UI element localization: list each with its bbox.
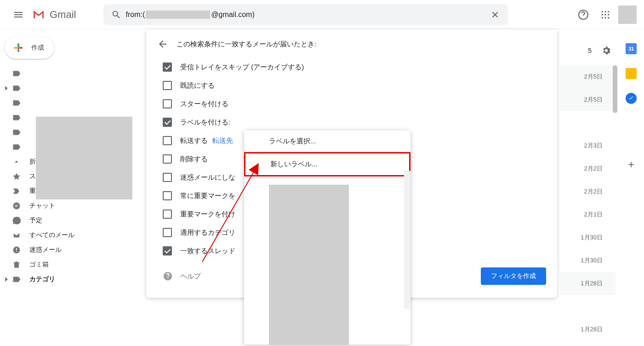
scrollbar-thumb[interactable] bbox=[613, 65, 617, 113]
filter-option-0: 受信トレイをスキップ (アーカイブする) bbox=[146, 58, 557, 76]
sidebar-item-0[interactable] bbox=[0, 66, 114, 81]
filter-option-label: 適用するカテゴリ bbox=[180, 228, 235, 237]
apps-icon[interactable] bbox=[596, 6, 615, 24]
filter-option-label: 転送する bbox=[180, 136, 208, 145]
gmail-logo[interactable]: Gmail bbox=[31, 7, 76, 22]
help-icon[interactable] bbox=[574, 6, 593, 24]
avatar[interactable] bbox=[618, 6, 637, 24]
svg-rect-15 bbox=[16, 251, 17, 252]
chevron-up-icon bbox=[12, 157, 21, 166]
svg-point-8 bbox=[604, 17, 606, 18]
keep-icon[interactable] bbox=[626, 68, 637, 79]
schedule-icon bbox=[12, 216, 21, 225]
sidebar-item-label: 迷惑メール bbox=[29, 246, 62, 254]
svg-rect-12 bbox=[15, 206, 17, 207]
filter-checkbox[interactable] bbox=[163, 191, 172, 200]
filter-checkbox[interactable] bbox=[163, 246, 172, 255]
redacted-label-list bbox=[269, 185, 349, 345]
message-date bbox=[560, 111, 616, 134]
filter-checkbox[interactable] bbox=[163, 81, 172, 90]
message-date: 1月30日 bbox=[560, 226, 616, 249]
search-input[interactable]: from:( @gmail.com) bbox=[125, 11, 486, 19]
gmail-envelope-icon bbox=[31, 7, 46, 22]
clear-search-icon[interactable] bbox=[486, 6, 504, 24]
header: Gmail from:( @gmail.com) bbox=[0, 0, 644, 29]
filter-checkbox[interactable] bbox=[163, 62, 172, 72]
tasks-icon[interactable] bbox=[626, 93, 637, 104]
expand-icon bbox=[3, 277, 10, 282]
sidebar-item-2[interactable] bbox=[0, 96, 114, 110]
new-label-option[interactable]: 新しいラベル... bbox=[244, 152, 410, 176]
trash-icon bbox=[12, 260, 21, 269]
svg-rect-14 bbox=[16, 248, 17, 250]
create-filter-button[interactable]: フィルタを作成 bbox=[481, 267, 546, 285]
message-date: 1月30日 bbox=[560, 249, 616, 272]
label-select-option[interactable]: ラベルを選択... bbox=[244, 130, 410, 152]
message-date-column: 2月5日2月5日2月3日2月2日2月2日2月1日1月30日1月30日1月28日1… bbox=[560, 65, 616, 341]
sidebar-item-label: チャット bbox=[29, 202, 55, 210]
filter-option-label: ラベルを付ける: bbox=[180, 118, 230, 127]
sidebar-item-label: カテゴリ bbox=[29, 275, 55, 284]
message-date: 2月2日 bbox=[560, 180, 616, 203]
filter-checkbox[interactable] bbox=[163, 118, 172, 127]
sidebar-item-label: すべてのメール bbox=[29, 231, 74, 239]
calendar-icon[interactable]: 31 bbox=[626, 43, 637, 54]
message-date: 1月28日 bbox=[560, 318, 616, 341]
add-addon-icon[interactable]: + bbox=[626, 159, 637, 170]
forward-address-link[interactable]: 転送先 bbox=[212, 136, 233, 145]
label-icon bbox=[12, 84, 21, 93]
gmail-text: Gmail bbox=[50, 9, 76, 21]
label-icon bbox=[12, 128, 21, 137]
message-date bbox=[560, 295, 616, 318]
label-icon bbox=[12, 142, 21, 152]
compose-label: 作成 bbox=[31, 44, 44, 52]
toolbar-right: 5 bbox=[588, 41, 616, 60]
filter-checkbox[interactable] bbox=[163, 136, 172, 145]
filter-checkbox[interactable] bbox=[163, 154, 172, 164]
label-icon bbox=[12, 275, 21, 284]
settings-icon[interactable] bbox=[597, 41, 616, 60]
filter-title: この検索条件に一致するメールが届いたとき: bbox=[177, 40, 316, 49]
back-arrow-icon[interactable] bbox=[157, 39, 168, 50]
filter-option-3: ラベルを付ける: bbox=[146, 113, 557, 131]
label-select-dropdown: ラベルを選択... 新しいラベル... bbox=[244, 130, 410, 345]
redacted-labels bbox=[36, 117, 132, 199]
filter-option-label: 重要マークを付け bbox=[180, 210, 235, 219]
filter-option-label: 一致するスレッド bbox=[180, 247, 235, 255]
sidebar-item-ゴミ箱[interactable]: ゴミ箱 bbox=[0, 257, 114, 272]
message-date: 1月28日 bbox=[560, 272, 616, 295]
sidebar-item-予定[interactable]: 予定 bbox=[0, 213, 114, 228]
svg-point-10 bbox=[13, 203, 20, 210]
plus-icon bbox=[11, 40, 26, 55]
filter-header: この検索条件に一致するメールが届いたとき: bbox=[146, 29, 557, 58]
sidebar-item-1[interactable] bbox=[0, 81, 114, 96]
svg-point-7 bbox=[602, 17, 603, 18]
redacted-email bbox=[146, 11, 210, 19]
search-icon[interactable] bbox=[107, 6, 125, 24]
sidebar-item-チャット[interactable]: チャット bbox=[0, 199, 114, 213]
filter-checkbox[interactable] bbox=[163, 228, 172, 237]
filter-option-1: 既読にする bbox=[146, 76, 557, 95]
input-partial-text: 5 bbox=[588, 47, 592, 54]
message-date: 2月1日 bbox=[560, 203, 616, 226]
spam-icon bbox=[12, 245, 21, 255]
filter-option-label: 削除する bbox=[180, 155, 208, 164]
filter-option-label: 受信トレイをスキップ (アーカイブする) bbox=[180, 63, 304, 72]
search-bar[interactable]: from:( @gmail.com) bbox=[103, 4, 508, 25]
message-date: 2月2日 bbox=[560, 157, 616, 180]
filter-checkbox[interactable] bbox=[163, 173, 172, 182]
side-panel: 31 + bbox=[618, 29, 644, 170]
filter-checkbox[interactable] bbox=[163, 99, 172, 108]
compose-button[interactable]: 作成 bbox=[5, 37, 54, 59]
main-menu-icon[interactable] bbox=[7, 4, 29, 26]
dropdown-scrollbar[interactable] bbox=[404, 171, 410, 309]
svg-point-9 bbox=[608, 17, 609, 18]
filter-option-label: 既読にする bbox=[180, 81, 215, 90]
message-date: 2月5日 bbox=[560, 88, 616, 111]
help-link[interactable]: ヘルプ bbox=[163, 271, 201, 281]
sidebar-item-カテゴリ[interactable]: カテゴリ bbox=[0, 272, 114, 287]
sidebar-item-迷惑メール[interactable]: 迷惑メール bbox=[0, 243, 114, 257]
sidebar-item-label: 予定 bbox=[29, 216, 42, 225]
filter-checkbox[interactable] bbox=[163, 210, 172, 219]
sidebar-item-すべてのメール[interactable]: すべてのメール bbox=[0, 228, 114, 243]
